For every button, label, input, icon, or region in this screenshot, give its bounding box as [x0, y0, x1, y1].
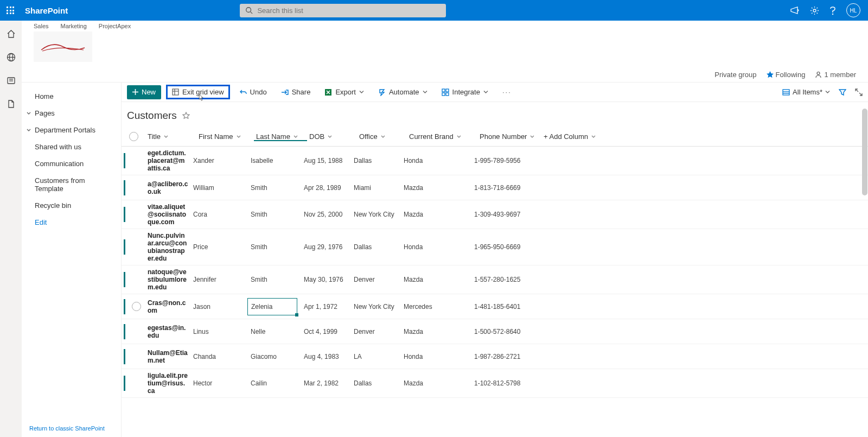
cell-last-name[interactable]: Smith [248, 184, 302, 192]
automate-button[interactable]: Automate [374, 86, 432, 98]
cell-first-name[interactable]: William [191, 184, 248, 192]
cell-phone[interactable]: 1-965-950-6669 [472, 243, 536, 251]
table-row[interactable]: eget.dictum.placerat@mattis.caXanderIsab… [122, 147, 868, 175]
cell-dob[interactable]: Aug 29, 1976 [302, 243, 352, 251]
nav-department-portals[interactable]: Department Portals [22, 122, 121, 138]
cell-office[interactable]: New York City [352, 211, 401, 218]
nav-customers-template[interactable]: Customers from Template [22, 172, 121, 197]
megaphone-icon[interactable] [790, 7, 800, 14]
cell-brand[interactable]: Honda [401, 243, 472, 251]
user-avatar[interactable]: HL [846, 3, 860, 17]
cell-office[interactable]: LA [352, 353, 401, 360]
cell-first-name[interactable]: Jason [191, 303, 248, 311]
integrate-button[interactable]: Integrate [437, 86, 493, 98]
cell-last-name[interactable]: Cailin [248, 379, 302, 387]
cell-brand[interactable]: Mazda [401, 211, 472, 218]
view-selector[interactable]: All Items* [782, 88, 830, 96]
cell-office[interactable]: Dallas [352, 157, 401, 164]
cell-first-name[interactable]: Chanda [191, 353, 248, 360]
help-icon[interactable] [829, 6, 837, 15]
cell-office[interactable]: Denver [352, 276, 401, 283]
cell-last-name[interactable]: Smith [248, 211, 302, 218]
cell-first-name[interactable]: Price [191, 243, 248, 251]
select-all[interactable] [129, 132, 138, 141]
members-button[interactable]: 1 member [815, 71, 856, 79]
return-classic-link[interactable]: Return to classic SharePoint [29, 425, 105, 432]
cell-phone[interactable]: 1-102-812-5798 [472, 379, 536, 387]
cell-brand[interactable]: Mazda [401, 276, 472, 283]
cell-title[interactable]: egestas@in.edu [145, 324, 191, 339]
cell-phone[interactable]: 1-557-280-1625 [472, 276, 536, 283]
exit-grid-view-button[interactable]: Exit grid view [167, 85, 229, 99]
home-icon[interactable] [7, 29, 16, 39]
cell-first-name[interactable]: Cora [191, 211, 248, 218]
expand-icon[interactable] [855, 88, 863, 96]
cell-title[interactable]: natoque@vestibulumlorem.edu [145, 268, 191, 291]
cell-title[interactable]: Cras@non.com [145, 299, 191, 314]
cell-office[interactable]: Dallas [352, 243, 401, 251]
col-phone-number[interactable]: Phone Number [477, 132, 541, 141]
cell-phone[interactable]: 1-309-493-9697 [472, 211, 536, 218]
cell-last-name[interactable]: Smith [248, 243, 302, 251]
settings-icon[interactable] [810, 6, 819, 15]
cell-dob[interactable]: May 30, 1976 [302, 276, 352, 283]
cell-phone[interactable]: 1-813-718-6669 [472, 184, 536, 192]
cell-dob[interactable]: Nov 25, 2000 [302, 211, 352, 218]
cell-office[interactable]: New York City [352, 303, 401, 311]
cell-last-name[interactable]: Isabelle [248, 157, 302, 164]
share-button[interactable]: Share [277, 86, 315, 98]
scrollbar-thumb[interactable] [862, 109, 867, 195]
cell-brand[interactable]: Mercedes [401, 303, 472, 311]
cell-phone[interactable]: 1-481-185-6401 [472, 303, 536, 311]
cell-phone[interactable]: 1-987-286-2721 [472, 353, 536, 360]
cell-title[interactable]: vitae.aliquet@sociisnatoque.com [145, 203, 191, 226]
cell-office[interactable]: Miami [352, 184, 401, 192]
add-column-button[interactable]: + Add Column [541, 132, 601, 141]
more-actions-icon[interactable]: ··· [498, 86, 516, 98]
new-button[interactable]: New [127, 85, 161, 99]
table-row[interactable]: natoque@vestibulumlorem.eduJenniferSmith… [122, 265, 868, 294]
cell-first-name[interactable]: Linus [191, 328, 248, 335]
cell-last-name-editing[interactable]: Zelenia [247, 298, 297, 315]
cell-title[interactable]: a@aclibero.co.uk [145, 180, 191, 195]
search-box[interactable] [240, 4, 446, 17]
nav-home[interactable]: Home [22, 88, 121, 105]
cell-dob[interactable]: Oct 4, 1999 [302, 328, 352, 335]
follow-button[interactable]: Following [767, 71, 806, 79]
col-current-brand[interactable]: Current Brand [407, 132, 477, 141]
cell-phone[interactable]: 1-500-572-8640 [472, 328, 536, 335]
cell-dob[interactable]: Mar 2, 1982 [302, 379, 352, 387]
globe-icon[interactable] [7, 53, 16, 62]
cell-dob[interactable]: Apr 28, 1989 [302, 184, 352, 192]
table-row[interactable]: vitae.aliquet@sociisnatoque.comCoraSmith… [122, 200, 868, 229]
table-row[interactable]: Nullam@Etiam.netChandaGiacomoAug 4, 1983… [122, 344, 868, 369]
cell-phone[interactable]: 1-995-789-5956 [472, 157, 536, 164]
col-office[interactable]: Office [357, 132, 407, 141]
cell-dob[interactable]: Apr 1, 1972 [302, 303, 352, 311]
cell-title[interactable]: eget.dictum.placerat@mattis.ca [145, 149, 191, 172]
search-input[interactable] [257, 7, 431, 15]
app-launcher-icon[interactable] [0, 0, 21, 21]
col-last-name[interactable]: Last Name [254, 132, 307, 141]
cell-title[interactable]: Nullam@Etiam.net [145, 349, 191, 364]
undo-button[interactable]: Undo [235, 86, 271, 98]
cell-brand[interactable]: Honda [401, 353, 472, 360]
nav-pages[interactable]: Pages [22, 105, 121, 122]
cell-dob[interactable]: Aug 4, 1983 [302, 353, 352, 360]
cell-title[interactable]: ligula.elit.pretium@risus.ca [145, 372, 191, 395]
table-row[interactable]: Cras@non.comJasonZeleniaApr 1, 1972New Y… [122, 294, 868, 319]
nav-communication[interactable]: Communication [22, 155, 121, 172]
cell-last-name[interactable]: Giacomo [248, 353, 302, 360]
col-dob[interactable]: DOB [307, 132, 357, 141]
nav-recycle-bin[interactable]: Recycle bin [22, 197, 121, 214]
nav-edit[interactable]: Edit [22, 214, 121, 231]
hub-link[interactable]: Sales [34, 23, 49, 29]
files-icon[interactable] [7, 99, 16, 109]
cell-last-name[interactable]: Smith [248, 276, 302, 283]
row-select[interactable] [132, 302, 141, 311]
cell-first-name[interactable]: Jennifer [191, 276, 248, 283]
table-row[interactable]: egestas@in.eduLinusNelleOct 4, 1999Denve… [122, 319, 868, 344]
site-logo[interactable] [34, 31, 92, 62]
table-row[interactable]: Nunc.pulvinar.arcu@conubianostraper.eduP… [122, 229, 868, 265]
cell-office[interactable]: Dallas [352, 379, 401, 387]
